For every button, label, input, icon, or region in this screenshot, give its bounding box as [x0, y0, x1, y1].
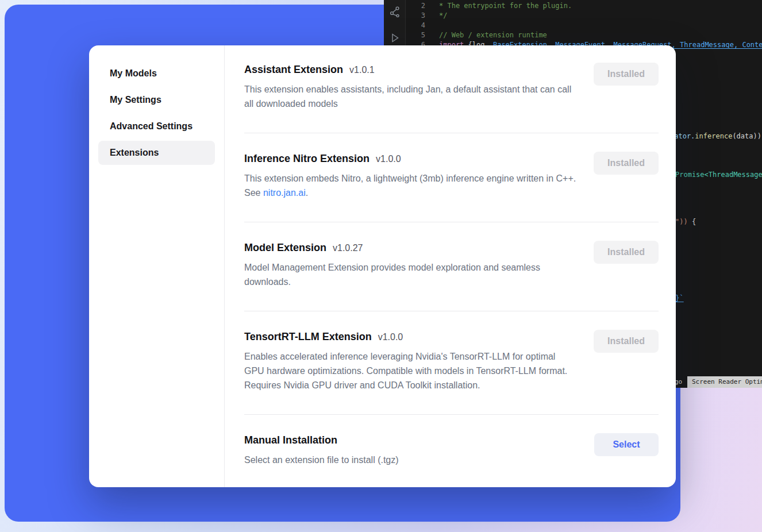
- installed-button[interactable]: Installed: [594, 241, 659, 264]
- extension-row-tensorrt-llm: TensortRT-LLM Extension v1.0.0 Enables a…: [244, 330, 659, 415]
- settings-sidebar: My Models My Settings Advanced Settings …: [89, 45, 225, 487]
- code-line: 2 * The entrypoint for the plugin.: [406, 1, 762, 11]
- extension-version: v1.0.27: [333, 243, 363, 253]
- manual-installation-row: Manual Installation Select an extension …: [244, 433, 659, 479]
- select-file-button[interactable]: Select: [594, 433, 659, 456]
- manual-installation-description: Select an extension file to install (.tg…: [244, 453, 399, 467]
- installed-button[interactable]: Installed: [594, 330, 659, 353]
- code-comment: // Web / extension runtime: [439, 31, 547, 39]
- sidebar-item-my-settings[interactable]: My Settings: [98, 88, 215, 112]
- extension-row-inference-nitro: Inference Nitro Extension v1.0.0 This ex…: [244, 152, 659, 222]
- code-line: 3 */: [406, 11, 762, 21]
- extension-description: This extension enables assistants, inclu…: [244, 82, 576, 111]
- nitro-jan-ai-link[interactable]: nitro.jan.ai: [263, 188, 306, 198]
- code-string: ")): [675, 218, 688, 226]
- code-function: inference: [695, 132, 732, 140]
- extension-title: Assistant Extension: [244, 63, 343, 76]
- extension-version: v1.0.1: [349, 65, 375, 75]
- code-comment: * The entrypoint for the plugin.: [439, 2, 572, 10]
- line-number: 2: [406, 1, 425, 11]
- description-text: .: [306, 188, 308, 198]
- code-fragment: Promise<ThreadMessage>: [675, 171, 762, 179]
- extension-description: Model Management Extension provides mode…: [244, 260, 576, 289]
- line-number: 5: [406, 30, 425, 40]
- manual-installation-title: Manual Installation: [244, 433, 337, 447]
- source-control-share-icon[interactable]: [389, 6, 401, 17]
- settings-modal: My Models My Settings Advanced Settings …: [89, 45, 676, 487]
- extension-version: v1.0.0: [378, 332, 403, 342]
- run-icon[interactable]: [389, 32, 401, 44]
- extension-title: Model Extension: [244, 241, 326, 255]
- extension-row-assistant: Assistant Extension v1.0.1 This extensio…: [244, 63, 659, 133]
- extension-description: Enables accelerated inference leveraging…: [244, 349, 576, 392]
- installed-button[interactable]: Installed: [594, 63, 659, 86]
- line-number: 4: [406, 21, 425, 30]
- sidebar-item-extensions[interactable]: Extensions: [98, 141, 215, 165]
- code-area: 2 * The entrypoint for the plugin. 3 */ …: [406, 1, 762, 50]
- code-comment: */: [439, 11, 447, 20]
- extensions-list: Assistant Extension v1.0.1 This extensio…: [225, 45, 676, 487]
- code-line: 4: [406, 21, 762, 30]
- code-brace: {: [688, 218, 696, 226]
- code-fragment: ")) {: [675, 218, 696, 226]
- installed-button[interactable]: Installed: [594, 152, 659, 175]
- extension-title: Inference Nitro Extension: [244, 152, 370, 165]
- extension-version: v1.0.0: [376, 154, 401, 164]
- code-line: 5 // Web / extension runtime: [406, 30, 762, 40]
- extension-title: TensortRT-LLM Extension: [244, 330, 372, 344]
- screen-reader-optimized-status-item[interactable]: Screen Reader Optimize: [687, 376, 762, 388]
- sidebar-item-my-models[interactable]: My Models: [98, 61, 215, 86]
- sidebar-item-advanced-settings[interactable]: Advanced Settings: [98, 114, 215, 138]
- extension-row-model: Model Extension v1.0.27 Model Management…: [244, 241, 659, 311]
- code-args: (data));: [732, 132, 762, 140]
- desktop: 2 * The entrypoint for the plugin. 3 */ …: [0, 0, 762, 532]
- code-fragment: rator.inference(data));: [670, 132, 762, 140]
- extension-description: This extension embeds Nitro, a lightweig…: [244, 171, 576, 200]
- line-number: 3: [406, 11, 425, 21]
